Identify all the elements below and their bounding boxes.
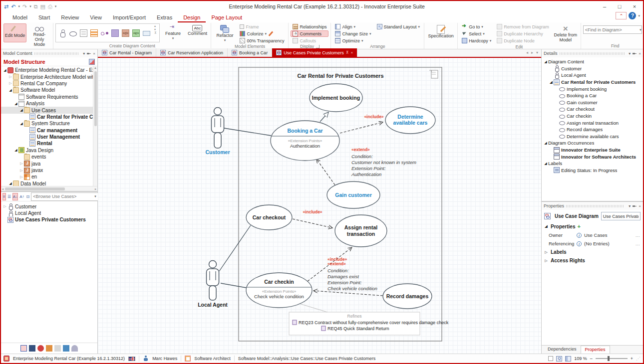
sort-ascending-icon[interactable]: A↑ [19,193,24,200]
browse-item-customer[interactable]: ▷Customer [1,203,97,209]
tab-model[interactable]: Model [7,13,33,22]
editor-tab-use-cases-private-customers[interactable]: Use Cases Private Customers ⊼ × [272,48,357,57]
standard-layout-button[interactable]: Standard Layout ▾ [375,23,422,30]
paste-icon[interactable]: ▤ [40,3,45,10]
details-item-diagram-occurrences[interactable]: ◢Diagram Occurrences [542,140,643,147]
component-tool-icon[interactable] [111,29,119,37]
details-item-determine-available-cars[interactable]: Determine available cars [542,133,643,140]
access-rights-section[interactable]: ▷ Access Rights [542,256,643,265]
tree-item-model-root[interactable]: ◢Enterprise Modeling Rental Car - Exampl… [1,67,97,73]
details-item-assign-rental-transaction[interactable]: Assign rental transaction [542,119,643,126]
view-packages-icon[interactable] [29,345,35,352]
find-in-diagram-combo[interactable]: ▾ [583,25,642,34]
include-booking-determine[interactable] [340,122,383,133]
details-item-editing-status[interactable]: Editing Status: In Progress [542,167,643,174]
colorize-button[interactable]: Colorize ▾ [238,30,286,37]
expander-icon[interactable]: ▷ [8,81,13,85]
pin-icon[interactable] [633,204,637,208]
include-checkout-assign[interactable] [293,219,332,228]
usecase-tool-icon[interactable] [69,31,77,36]
tree-item-software-model[interactable]: ◢Software Model [1,87,97,93]
browse-item-local-agent[interactable]: Local Agent [1,210,97,216]
rectangle-tool-icon[interactable] [143,31,150,36]
tree-item-car-rental-private-customers[interactable]: Car Rental for Private Customers [1,114,97,120]
help-dropdown-icon[interactable]: ▾ [638,14,640,18]
minimize-button[interactable]: – [597,1,612,11]
details-item-innovator-software-architects[interactable]: Innovator for Software Architects [542,153,643,160]
execution-env-tool-icon[interactable]: «e» [132,29,140,37]
properties-section[interactable]: ◢ Properties + [542,222,643,231]
property-row-referencing[interactable]: Referencing i (No Entries) … [542,239,643,248]
expander-icon[interactable]: ◢ [549,80,554,84]
tree-item-software-requirements[interactable]: Software Requirements [1,94,97,100]
pin-icon[interactable] [87,51,91,55]
usecase-car-checkout[interactable]: Car checkout [246,205,292,230]
tree-item-system-structure[interactable]: ◢System Structure [1,120,97,127]
zoom-slider[interactable] [596,358,628,359]
tree-item-rental[interactable]: Rental [1,140,97,147]
details-item-record-damages[interactable]: Record damages [542,126,643,133]
panel-close-icon[interactable]: × [639,204,641,208]
tree-item-car-management[interactable]: Car management [1,127,97,134]
owner-ellipsis-button[interactable]: … [636,232,641,238]
read-only-mode-button[interactable]: Read-Only Mode [28,23,51,49]
association-customer-booking[interactable] [224,128,271,136]
tree-view-icon[interactable]: ≡ [2,193,6,200]
hardcopy-button[interactable]: Hardcopy ▾ [460,37,493,44]
undo-icon[interactable]: ↶ [11,3,15,10]
details-item-customer[interactable]: Customer [542,65,643,72]
property-row-owner[interactable]: Owner i Use Cases … [542,231,643,239]
details-item-innovator-enterprise-suite[interactable]: Innovator Enterprise Suite [542,147,643,154]
resize-grip[interactable]: ⋰ [636,356,641,361]
redo-icon[interactable]: ↷ [22,3,27,10]
expander-icon[interactable]: ◢ [2,68,7,72]
usecase-implement-booking[interactable]: Implement booking [310,84,362,112]
referencing-ellipsis-button[interactable]: … [636,241,641,246]
format-pen-icon[interactable] [268,31,274,36]
find-in-diagram-input[interactable] [584,27,640,32]
relationships-button[interactable]: Relationships [291,23,328,30]
tree-vertical-scrollbar[interactable]: ▲ [93,66,97,186]
tree-item-data-model[interactable]: ◢Data Model [1,181,97,186]
expander-icon[interactable]: ◢ [543,60,548,64]
zoom-out-button[interactable]: – [590,356,593,361]
view-model-icon[interactable] [20,345,27,352]
tab-pin-icon[interactable]: ⊼ [346,50,349,55]
frame-note-icon[interactable] [429,70,438,78]
expander-icon[interactable]: ▷ [544,259,549,263]
usecase-determine-available-cars[interactable]: Determine available cars [385,107,435,134]
extend-gain-booking[interactable] [317,159,335,185]
panel-menu-icon[interactable]: ▾ [629,51,631,56]
callouts-button[interactable]: Callouts [291,37,328,44]
diagram-canvas[interactable]: Car Rental for Private Customers [98,58,541,354]
duplicate-hierarchy-button[interactable]: Duplicate Hierarchy [495,30,551,37]
details-item-gain-customer[interactable]: Gain customer [542,99,643,106]
editor-tab-booking-a-car[interactable]: Booking a Car [228,48,272,57]
expander-icon[interactable]: ◢ [19,108,24,112]
editor-tab-car-rental-diagram[interactable]: Car Rental - Diagram [98,48,156,57]
tab-properties[interactable]: Properties [581,346,610,354]
tree-item-analysis[interactable]: ◢Analysis [1,100,97,107]
refactor-button[interactable]: Refactor ▾ [213,23,236,44]
panel-close-icon[interactable]: × [639,51,641,56]
tab-dependencies[interactable]: Dependencies [544,346,581,354]
status-overview-icon[interactable] [548,356,553,361]
expander-icon[interactable]: ◢ [13,148,18,152]
palette-scroll[interactable]: ▴▾⊼ [153,24,156,42]
select-button[interactable]: Select ▾ [460,30,493,37]
frame-button[interactable]: Frame [238,23,286,30]
edit-mode-button[interactable]: Edit Mode [3,23,26,42]
view-relations-icon[interactable] [63,345,69,352]
association-tool-icon[interactable] [101,29,108,37]
usecase-car-checkin[interactable]: Car checkin «Extension Points» Check veh… [246,273,312,308]
comments-button[interactable]: Comments [291,30,328,37]
tree-item-rental-car-company[interactable]: ▷Rental Car Company [1,80,97,87]
transparency-button[interactable]: 00% Transparency [238,37,286,44]
copy-icon[interactable]: ⧉ [34,3,38,10]
add-property-icon[interactable]: + [577,223,580,229]
browse-dropdown-icon[interactable]: ▾ [93,194,98,198]
association-localagent-checkin[interactable] [221,283,246,288]
details-item-car-checkout[interactable]: Car checkout [542,106,643,113]
specification-button[interactable]: Specification [426,23,455,42]
undo-dropdown-icon[interactable]: ▾ [18,4,20,8]
